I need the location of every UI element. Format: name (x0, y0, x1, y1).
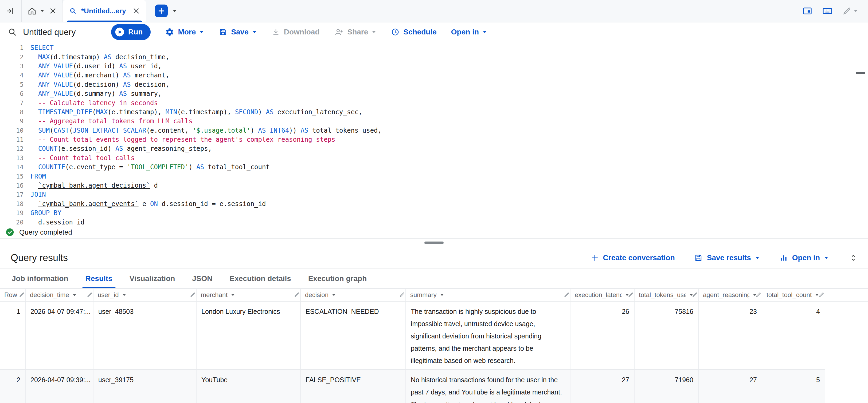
line-number: 8 (0, 109, 24, 115)
column-header-merchant[interactable]: merchant (196, 289, 301, 301)
column-header-row[interactable]: Row (0, 289, 26, 301)
code-text: ANY_VALUE(d.decision) AS decision, (24, 81, 169, 88)
new-tab-button[interactable] (155, 4, 168, 18)
line-number: 9 (0, 118, 24, 125)
table-cell-total-tokens-used: 71960 (634, 370, 699, 403)
chevron-down-icon (755, 255, 760, 261)
sort-caret-icon[interactable] (439, 292, 445, 298)
schedule-button[interactable]: Schedule (391, 28, 436, 36)
column-header-decision-time[interactable]: decision_time (26, 289, 93, 301)
column-header-summary[interactable]: summary (406, 289, 570, 301)
save-results-button[interactable]: Save results (694, 254, 760, 262)
table-cell-decision: ESCALATION_NEEDED (301, 302, 406, 369)
home-tab[interactable] (21, 0, 62, 22)
table-cell-user-id: user_48503 (93, 302, 196, 369)
save-button-label: Save (231, 28, 248, 36)
results-tab-execution-graph[interactable]: Execution graph (300, 269, 375, 288)
table-cell-decision-time: 2026-04-07 09:47:... (26, 302, 93, 369)
code-line: 17JOIN (0, 190, 868, 199)
dock-window-icon[interactable] (802, 6, 812, 16)
expand-results-icon[interactable] (849, 254, 857, 262)
edit-tools-button[interactable] (842, 6, 858, 15)
column-header-agent-reasoning[interactable]: agent_reasoning_... (699, 289, 762, 301)
new-tab-caret-icon[interactable] (172, 8, 177, 13)
query-status-bar: Query completed (0, 226, 868, 238)
column-header-user-id[interactable]: user_id (93, 289, 196, 301)
sql-editor[interactable]: 1SELECT2 MAX(d.timestamp) AS decision_ti… (0, 42, 868, 226)
create-conversation-label: Create conversation (603, 254, 675, 262)
line-number: 10 (0, 127, 24, 134)
results-tab-json[interactable]: JSON (184, 269, 221, 288)
table-cell-execution-latenc: 26 (570, 302, 634, 369)
chart-icon (779, 254, 788, 262)
edit-column-icon[interactable] (563, 292, 570, 298)
close-tab-icon[interactable] (132, 7, 140, 15)
download-button[interactable]: Download (272, 28, 320, 36)
results-table-body: 12026-04-07 09:47:...user_48503London Lu… (0, 302, 868, 403)
tab-untitled-query[interactable]: *Untitled...ery (62, 0, 146, 22)
collapse-panel-button[interactable] (0, 6, 21, 16)
home-tab-caret-icon[interactable] (39, 8, 45, 13)
line-number: 16 (0, 182, 24, 189)
line-number: 13 (0, 155, 24, 162)
code-line: 19GROUP BY (0, 208, 868, 217)
edit-column-icon[interactable] (19, 292, 25, 298)
results-open-in-button[interactable]: Open in (779, 254, 829, 262)
table-cell-summary: The transaction is highly suspicious due… (406, 302, 570, 369)
edit-column-icon[interactable] (190, 292, 196, 298)
sort-caret-icon[interactable] (122, 292, 127, 298)
edit-column-icon[interactable] (294, 292, 300, 298)
chevron-down-icon (853, 8, 858, 13)
sort-caret-icon[interactable] (230, 292, 236, 298)
sort-caret-icon[interactable] (72, 292, 77, 298)
create-conversation-button[interactable]: Create conversation (591, 254, 675, 262)
edit-column-icon[interactable] (87, 292, 93, 298)
edit-column-icon[interactable] (818, 292, 825, 298)
more-button[interactable]: More (165, 28, 204, 37)
code-line: 20 d.session_id (0, 217, 868, 226)
code-text: FROM (24, 173, 46, 180)
code-line: 1SELECT (0, 43, 868, 52)
editor-tab-bar: *Untitled...ery (0, 0, 868, 23)
run-button[interactable]: Run (111, 24, 151, 40)
save-icon (219, 28, 227, 36)
panel-resize-handle[interactable] (0, 238, 868, 247)
results-tab-execution-details[interactable]: Execution details (221, 269, 300, 288)
edit-column-icon[interactable] (399, 292, 405, 298)
person-add-icon (334, 27, 344, 37)
code-line: 8 TIMESTAMP_DIFF(MAX(e.timestamp), MIN(e… (0, 107, 868, 116)
sort-caret-icon[interactable] (331, 292, 337, 298)
code-text: `cymbal_bank.agent_events` e ON d.sessio… (24, 200, 266, 208)
column-header-total-tool-count[interactable]: total_tool_count (762, 289, 825, 301)
chevron-down-icon (482, 29, 488, 35)
table-cell-user-id: user_39175 (93, 370, 196, 403)
column-header-execution-latenc[interactable]: execution_latenc... (570, 289, 634, 301)
column-header-decision[interactable]: decision (301, 289, 406, 301)
code-text: -- Count total tool calls (24, 154, 134, 162)
open-in-button-label: Open in (451, 28, 479, 36)
column-header-label: total_tokens_used (639, 291, 686, 299)
code-line: 2 MAX(d.timestamp) AS decision_time, (0, 52, 868, 61)
line-number: 7 (0, 100, 24, 106)
code-text: -- Count total events logged to represen… (24, 136, 336, 143)
edit-column-icon[interactable] (692, 292, 698, 298)
results-tab-job-information[interactable]: Job information (3, 269, 77, 288)
column-header-total-tokens-used[interactable]: total_tokens_used (634, 289, 699, 301)
home-tab-close-icon[interactable] (49, 7, 57, 15)
table-cell-merchant: London Luxury Electronics (196, 302, 301, 369)
results-header: Query results Create conversation Save r… (0, 247, 868, 269)
scrollbar-thumb[interactable] (856, 72, 865, 74)
results-tab-results[interactable]: Results (77, 269, 121, 288)
keyboard-shortcuts-icon[interactable] (822, 6, 833, 16)
results-tab-visualization[interactable]: Visualization (121, 269, 184, 288)
edit-column-icon[interactable] (755, 292, 762, 298)
edit-column-icon[interactable] (628, 292, 634, 298)
line-number: 17 (0, 191, 24, 198)
code-line: 7 -- Calculate latency in seconds (0, 98, 868, 107)
results-table-header: Rowdecision_timeuser_idmerchantdecisions… (0, 289, 868, 302)
table-cell-merchant: YouTube (196, 370, 301, 403)
save-button[interactable]: Save (219, 28, 257, 36)
share-button[interactable]: Share (334, 27, 377, 37)
open-in-button[interactable]: Open in (451, 28, 488, 36)
code-line: 16 `cymbal_bank.agent_decisions` d (0, 181, 868, 190)
